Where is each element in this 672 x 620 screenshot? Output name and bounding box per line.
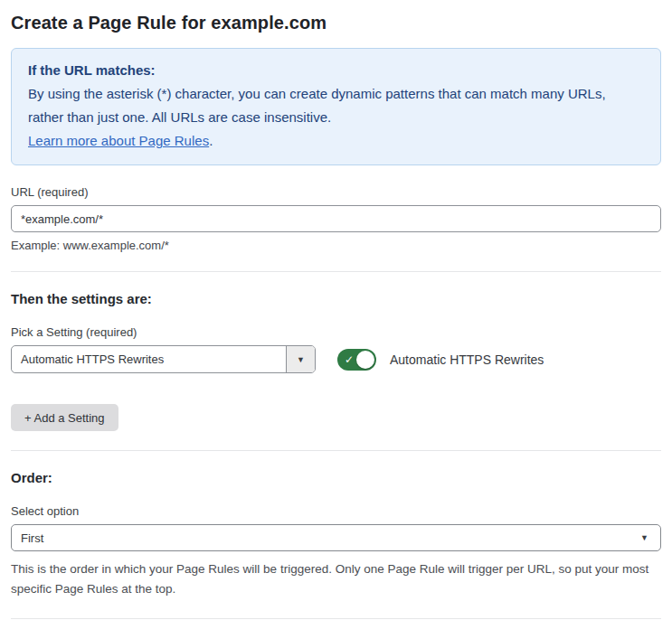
info-box-heading: If the URL matches: [28, 59, 644, 82]
toggle-knob [356, 351, 374, 369]
link-period: . [209, 133, 213, 148]
add-setting-button[interactable]: + Add a Setting [11, 404, 118, 431]
setting-row: Automatic HTTPS Rewrites ▼ ✓ Automatic H… [11, 345, 661, 373]
divider [11, 450, 661, 451]
url-match-info-box: If the URL matches: By using the asteris… [11, 48, 661, 165]
info-box-link-line: Learn more about Page Rules. [28, 129, 644, 153]
order-section-heading: Order: [11, 470, 661, 485]
automatic-https-rewrites-toggle[interactable]: ✓ [337, 349, 376, 371]
order-select-label: Select option [11, 504, 661, 518]
url-input[interactable] [11, 205, 661, 232]
setting-dropdown[interactable]: Automatic HTTPS Rewrites ▼ [11, 345, 316, 373]
toggle-label: Automatic HTTPS Rewrites [390, 352, 544, 367]
divider [11, 618, 661, 619]
order-select[interactable]: First ▼ [11, 524, 661, 551]
page-title: Create a Page Rule for example.com [11, 13, 661, 33]
setting-toggle-group: ✓ Automatic HTTPS Rewrites [337, 349, 544, 371]
pick-setting-label: Pick a Setting (required) [11, 325, 661, 339]
order-description: This is the order in which your Page Rul… [11, 559, 661, 599]
info-box-body: By using the asterisk (*) character, you… [28, 82, 644, 129]
chevron-down-icon: ▼ [640, 533, 648, 542]
chevron-down-icon: ▼ [297, 355, 305, 364]
divider [11, 271, 661, 272]
url-field-hint: Example: www.example.com/* [11, 239, 661, 252]
check-icon: ✓ [345, 353, 354, 364]
order-select-value: First [21, 531, 43, 545]
settings-section-heading: Then the settings are: [11, 291, 661, 306]
learn-more-link[interactable]: Learn more about Page Rules [28, 133, 209, 148]
dropdown-arrow-button[interactable]: ▼ [286, 346, 315, 372]
setting-dropdown-value: Automatic HTTPS Rewrites [12, 346, 286, 372]
url-field-label: URL (required) [11, 185, 661, 199]
create-page-rule-panel: Create a Page Rule for example.com If th… [0, 0, 672, 620]
